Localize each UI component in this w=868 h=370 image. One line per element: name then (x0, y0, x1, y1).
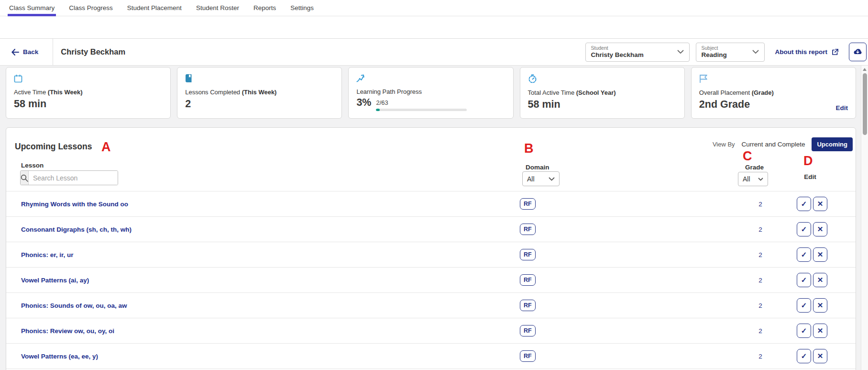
search-lesson-input[interactable] (29, 171, 118, 185)
remove-lesson-button[interactable]: ✕ (813, 197, 827, 211)
card-label: Learning Path Progress (356, 88, 505, 95)
lesson-link[interactable]: Rhyming Words with the Sound oo (21, 201, 128, 208)
report-body: Active Time (This Week) 58 min Lessons C… (0, 66, 868, 370)
back-button[interactable]: Back (11, 48, 38, 56)
row-edit-actions: ✓ ✕ (797, 197, 827, 211)
remove-lesson-button[interactable]: ✕ (813, 349, 827, 363)
domain-filter-value: All (527, 175, 535, 183)
grade-value: 2 (751, 201, 770, 208)
x-icon: ✕ (817, 301, 824, 310)
lessons-table: Rhyming Words with the Sound oo RF 2 ✓ ✕… (6, 191, 856, 369)
card-label: Lessons Completed (This Week) (185, 89, 334, 96)
about-this-report-label: About this report (775, 48, 828, 56)
lesson-link[interactable]: Phonics: er, ir, ur (21, 251, 74, 258)
back-arrow-icon (11, 49, 19, 56)
domain-badge: RF (520, 224, 536, 235)
lesson-link[interactable]: Phonics: Review ow, ou, oy, oi (21, 327, 114, 335)
lesson-book-icon (185, 74, 192, 83)
row-edit-actions: ✓ ✕ (797, 222, 827, 236)
domain-filter-dropdown[interactable]: All (522, 171, 560, 186)
check-icon: ✓ (801, 326, 807, 335)
check-icon: ✓ (801, 225, 807, 234)
learning-path-progress-value: 3% (356, 97, 371, 109)
table-row: Vowel Patterns (ai, ay) RF 2 ✓ ✕ (6, 268, 856, 293)
lesson-link[interactable]: Vowel Patterns (ea, ee, y) (21, 353, 98, 360)
domain-badge: RF (520, 300, 536, 311)
tab-student-placement[interactable]: Student Placement (127, 0, 182, 16)
accept-lesson-button[interactable]: ✓ (797, 197, 811, 211)
chevron-down-icon (752, 50, 759, 54)
search-icon (21, 174, 28, 182)
row-edit-actions: ✓ ✕ (797, 324, 827, 338)
overall-placement-value: 2nd Grade (699, 99, 848, 111)
tab-class-summary[interactable]: Class Summary (9, 0, 55, 16)
toggle-upcoming[interactable]: Upcoming (812, 137, 853, 151)
total-active-time-value: 58 min (528, 99, 677, 111)
view-by-label: View By (713, 141, 735, 148)
x-icon: ✕ (817, 352, 824, 360)
row-edit-actions: ✓ ✕ (797, 298, 827, 313)
about-this-report-link[interactable]: About this report (775, 48, 839, 56)
domain-badge: RF (520, 325, 536, 336)
tab-class-progress[interactable]: Class Progress (69, 0, 113, 16)
vertical-scrollbar[interactable] (861, 66, 868, 370)
toggle-current-and-complete[interactable]: Current and Complete (742, 141, 805, 148)
learning-path-icon (356, 74, 365, 82)
external-link-icon (832, 49, 838, 56)
lesson-link[interactable]: Consonant Digraphs (sh, ch, th, wh) (21, 226, 132, 233)
upcoming-lessons-panel: Upcoming Lessons A B C D View By Current… (6, 127, 856, 370)
scroll-up-arrow-icon[interactable] (863, 68, 867, 71)
cloud-download-icon (853, 48, 863, 56)
learning-path-progress-card: Learning Path Progress 3% 2/63 (348, 67, 513, 119)
grade-value: 2 (751, 353, 770, 360)
remove-lesson-button[interactable]: ✕ (813, 247, 827, 262)
search-button[interactable] (21, 171, 29, 185)
x-icon: ✕ (817, 225, 824, 234)
domain-badge: RF (520, 198, 536, 210)
table-row: Vowel Patterns (ea, ee, y) RF 2 ✓ ✕ (6, 344, 856, 369)
report-header: Back Christy Beckham Student Christy Bec… (0, 38, 868, 66)
page-title: Christy Beckham (61, 47, 125, 56)
tab-student-roster[interactable]: Student Roster (196, 0, 239, 16)
download-report-button[interactable] (849, 43, 867, 61)
annotation-c: C (743, 150, 752, 163)
table-row: Phonics: Review ow, ou, oy, oi RF 2 ✓ ✕ (6, 318, 856, 344)
accept-lesson-button[interactable]: ✓ (797, 222, 811, 236)
remove-lesson-button[interactable]: ✕ (813, 324, 827, 338)
grade-filter-dropdown[interactable]: All (738, 172, 768, 186)
accept-lesson-button[interactable]: ✓ (797, 349, 811, 363)
student-dropdown[interactable]: Student Christy Beckham (585, 43, 690, 62)
table-row: Rhyming Words with the Sound oo RF 2 ✓ ✕ (6, 191, 856, 217)
accept-lesson-button[interactable]: ✓ (797, 273, 811, 287)
domain-column-header: Domain (526, 164, 549, 171)
flag-icon (699, 74, 708, 83)
lesson-link[interactable]: Vowel Patterns (ai, ay) (21, 277, 89, 284)
tab-reports[interactable]: Reports (253, 0, 276, 16)
subject-dropdown[interactable]: Subject Reading (696, 43, 765, 62)
check-icon: ✓ (801, 250, 807, 259)
subject-dropdown-label: Subject (702, 45, 727, 51)
accept-lesson-button[interactable]: ✓ (797, 324, 811, 338)
domain-badge: RF (520, 350, 536, 362)
header-controls: Student Christy Beckham Subject Reading … (585, 43, 867, 62)
learning-path-progress-fraction: 2/63 (376, 99, 388, 106)
scrollbar-thumb[interactable] (863, 73, 867, 135)
remove-lesson-button[interactable]: ✕ (813, 273, 827, 287)
student-dropdown-label: Student (591, 45, 644, 51)
remove-lesson-button[interactable]: ✕ (813, 222, 827, 236)
card-label: Total Active Time (School Year) (528, 89, 677, 96)
chevron-down-icon (758, 178, 763, 181)
summary-cards-row: Active Time (This Week) 58 min Lessons C… (6, 67, 856, 119)
check-icon: ✓ (801, 276, 807, 284)
accept-lesson-button[interactable]: ✓ (797, 298, 811, 313)
domain-badge: RF (520, 274, 536, 286)
remove-lesson-button[interactable]: ✕ (813, 298, 827, 313)
accept-lesson-button[interactable]: ✓ (797, 247, 811, 262)
chevron-down-icon (549, 177, 555, 181)
edit-placement-button[interactable]: Edit (836, 104, 848, 112)
tab-settings[interactable]: Settings (290, 0, 314, 16)
grade-column-header: Grade (745, 164, 764, 171)
lesson-link[interactable]: Phonics: Sounds of ow, ou, oa, aw (21, 302, 127, 309)
chevron-down-icon (677, 50, 684, 54)
grade-filter-value: All (743, 175, 750, 183)
